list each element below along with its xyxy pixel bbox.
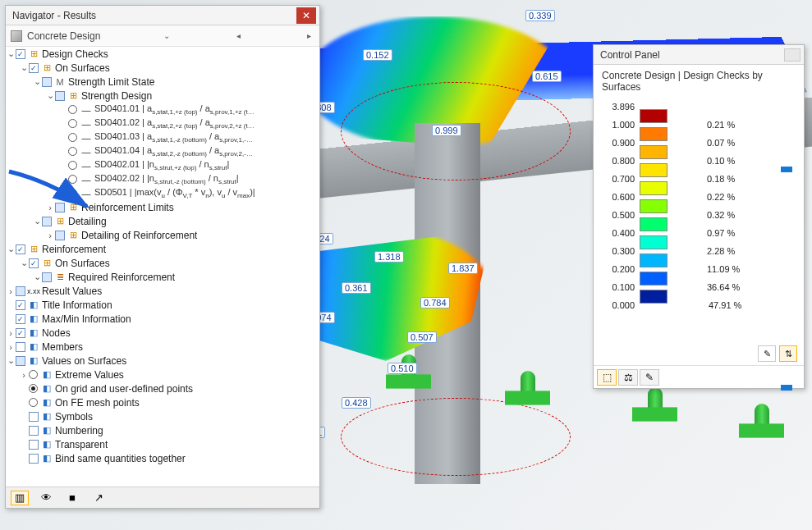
tree-label: SD0401.02 | as,stat,2,+z (top) / as,prov… [94, 117, 255, 130]
node-values-on-surfaces[interactable]: ⌄◧Values on Surfaces [6, 354, 314, 368]
legend-row: 1.0000.21 % [602, 116, 796, 134]
checkbox[interactable] [16, 49, 25, 59]
radio[interactable] [68, 175, 77, 184]
checkbox[interactable] [16, 356, 25, 366]
nav-fwd-icon[interactable]: ▸ [304, 31, 314, 40]
legend-toggle-button[interactable]: ⇅ [779, 345, 797, 362]
tree-icon: ⊞ [27, 48, 40, 60]
tab-graph[interactable]: ↗ [89, 491, 108, 505]
checkbox[interactable] [29, 454, 39, 464]
node-design-checks[interactable]: ⌄⊞Design Checks [6, 47, 314, 61]
legend-value: 0.300 [602, 246, 640, 256]
legend-value: 0.900 [602, 138, 640, 148]
colorscale-button[interactable]: ⬚ [597, 369, 617, 386]
node-on-grid[interactable]: ◧On grid and user-defined points [6, 382, 314, 395]
tab-views[interactable]: ▥ [11, 491, 29, 505]
tree-label: SD0401.03 | as,stat,1,-z (bottom) / as,p… [94, 130, 253, 144]
node-transparent[interactable]: ◧Transparent [6, 437, 314, 451]
node-reinf-limits[interactable]: ›⊞Reinforcement Limits [6, 200, 314, 214]
checkbox[interactable] [16, 286, 25, 296]
navigator-titlebar[interactable]: Navigator - Results ✕ [6, 6, 319, 25]
tab-show[interactable]: 👁 [37, 491, 55, 505]
node-detailing-reinf[interactable]: ›⊞Detailing of Reinforcement [6, 228, 314, 242]
checkbox[interactable] [16, 342, 25, 352]
node-sd0402-01[interactable]: —SD0402.01 | |ns,strut,+z (top) / ns,str… [6, 158, 314, 172]
radio[interactable] [29, 398, 38, 407]
node-sd0401-02[interactable]: —SD0401.02 | as,stat,2,+z (top) / as,pro… [6, 117, 314, 130]
legend-value: 0.500 [602, 210, 640, 220]
checkbox[interactable] [16, 244, 25, 254]
node-sd0401-03[interactable]: —SD0401.03 | as,stat,1,-z (bottom) / as,… [6, 130, 314, 144]
slider-handle-bottom[interactable] [781, 385, 792, 391]
checkbox[interactable] [16, 314, 25, 324]
checkbox[interactable] [16, 328, 25, 338]
node-extreme[interactable]: ›◧Extreme Values [6, 368, 314, 382]
node-symbols[interactable]: ◧Symbols [6, 409, 314, 423]
tab-video[interactable]: ■ [63, 491, 81, 505]
node-sd0402-02[interactable]: —SD0402.02 | |ns,strut,-z (bottom) / ns,… [6, 172, 314, 186]
radio[interactable] [68, 133, 77, 142]
node-required-reinf[interactable]: ⌄≣Required Reinforcement [6, 270, 314, 284]
tree-icon: ⊞ [53, 216, 67, 227]
node-on-surfaces[interactable]: ⌄⊞On Surfaces [6, 61, 314, 75]
tree-icon: ◧ [40, 411, 53, 423]
legend-swatch [640, 163, 667, 177]
node-members[interactable]: ›◧Members [6, 340, 314, 354]
control-panel-titlebar[interactable]: Control Panel [594, 45, 804, 65]
legend-row: 3.896 [602, 98, 796, 116]
radio[interactable] [29, 370, 38, 379]
chevron-down-icon[interactable]: ⌄ [160, 31, 173, 40]
slider-handle-top[interactable] [781, 167, 792, 172]
navigator-section-header[interactable]: Concrete Design ⌄ ◂ ▸ [6, 25, 319, 47]
radio[interactable] [68, 119, 77, 128]
node-sd0401-01[interactable]: —SD0401.01 | as,stat,1,+z (top) / as,pro… [6, 103, 314, 117]
checkbox[interactable] [29, 440, 39, 450]
checkbox[interactable] [55, 91, 65, 101]
checkbox[interactable] [29, 412, 39, 422]
legend-row: 0.5000.32 % [602, 206, 796, 224]
navigator-tree[interactable]: ⌄⊞Design Checks⌄⊞On Surfaces⌄MStrength L… [6, 47, 319, 487]
minimize-icon[interactable] [784, 48, 801, 62]
checkbox[interactable] [29, 426, 39, 436]
node-on-fe[interactable]: ◧On FE mesh points [6, 395, 314, 409]
tree-label: SD0501 | |max(vu / (ΦV,T * vn), vu / vma… [94, 186, 255, 199]
node-bind-same[interactable]: ◧Bind same quantities together [6, 451, 314, 465]
tree-label: Values on Surfaces [42, 355, 126, 367]
node-sd0501[interactable]: —SD0501 | |max(vu / (ΦV,T * vn), vu / vm… [6, 186, 314, 200]
checkbox[interactable] [29, 258, 39, 268]
tree-icon: ◧ [40, 425, 53, 436]
nav-back-icon[interactable]: ◂ [233, 31, 244, 40]
close-icon[interactable]: ✕ [296, 7, 316, 24]
radio[interactable] [68, 189, 77, 198]
legend-value: 0.100 [602, 282, 640, 292]
node-result-values[interactable]: ›x.xxResult Values [6, 284, 314, 298]
node-detailing[interactable]: ⌄⊞Detailing [6, 214, 314, 228]
checkbox[interactable] [29, 63, 39, 73]
checkbox[interactable] [42, 217, 52, 226]
checkbox[interactable] [55, 231, 65, 240]
settings-button[interactable]: ✎ [640, 369, 659, 386]
radio[interactable] [68, 161, 77, 170]
node-title-info[interactable]: ◧Title Information [6, 298, 314, 312]
node-strength-limit[interactable]: ⌄MStrength Limit State [6, 75, 314, 89]
node-on-surfaces-2[interactable]: ⌄⊞On Surfaces [6, 256, 314, 270]
checkbox[interactable] [16, 300, 25, 310]
legend-swatch [640, 199, 667, 213]
legend-swatch [640, 145, 667, 159]
legend-edit-button[interactable]: ✎ [758, 345, 776, 362]
node-sd0401-04[interactable]: —SD0401.04 | as,stat,2,-z (bottom) / as,… [6, 144, 314, 158]
node-strength-design[interactable]: ⌄⊞Strength Design [6, 89, 314, 103]
radio[interactable] [29, 384, 38, 393]
tree-icon: ◧ [40, 439, 53, 450]
balance-button[interactable]: ⚖ [618, 369, 638, 386]
node-numbering[interactable]: ◧Numbering [6, 423, 314, 437]
checkbox[interactable] [55, 203, 65, 212]
checkbox[interactable] [42, 272, 52, 282]
node-maxmin[interactable]: ◧Max/Min Information [6, 312, 314, 326]
legend-row: 0.4000.97 % [602, 224, 796, 242]
radio[interactable] [68, 105, 77, 114]
radio[interactable] [68, 147, 77, 156]
node-nodes[interactable]: ›◧Nodes [6, 326, 314, 340]
checkbox[interactable] [42, 77, 52, 87]
node-reinforcement[interactable]: ⌄⊞Reinforcement [6, 242, 314, 256]
